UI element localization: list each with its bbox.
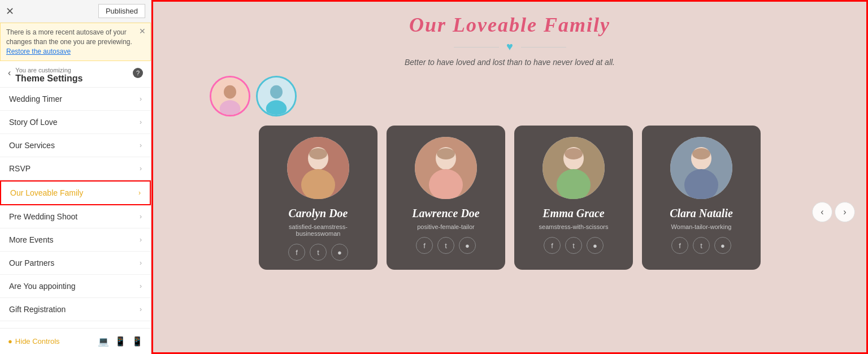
autosave-banner: ✕ There is a more recent autosave of you… (0, 23, 151, 61)
facebook-icon[interactable]: f (544, 237, 561, 254)
instagram-icon[interactable]: ● (459, 237, 476, 254)
sidebar-item-are-you-appointing[interactable]: Are You appointing › (0, 275, 151, 298)
sidebar-item-gift-registration[interactable]: Gift Registration › (0, 298, 151, 321)
member-avatar-3 (670, 137, 732, 199)
hide-controls-button[interactable]: ● Hide Controls (8, 337, 60, 346)
facebook-icon[interactable]: f (416, 237, 433, 254)
member-role-2: seamstress-with-scissors (539, 223, 609, 230)
member-card-2: Emma Grace seamstress-with-scissors ft● (514, 126, 633, 270)
member-cards: Carolyn Doe satisfied-seamstress-busines… (187, 126, 832, 270)
theme-settings-label: Theme Settings (15, 74, 128, 84)
member-name-3: Clara Natalie (670, 207, 733, 220)
instagram-icon[interactable]: ● (331, 244, 348, 261)
twitter-icon[interactable]: t (310, 244, 327, 261)
nav-item-label: RSVP (9, 164, 31, 173)
instagram-icon[interactable]: ● (714, 237, 731, 254)
sidebar: ✕ Published ✕ There is a more recent aut… (0, 0, 151, 354)
nav-list: Wedding Timer › Story Of Love › Our Serv… (0, 88, 151, 328)
svg-point-9 (309, 148, 327, 159)
svg-point-1 (224, 85, 236, 99)
heart-divider: ♥ (187, 40, 832, 53)
avatar-2 (256, 76, 297, 116)
close-banner-button[interactable]: ✕ (139, 27, 146, 36)
svg-point-13 (437, 148, 455, 159)
restore-autosave-link[interactable]: Restore the autosave (6, 48, 71, 55)
chevron-right-icon: › (140, 236, 142, 244)
carousel-next-button[interactable]: › (835, 202, 855, 222)
nav-item-label: Our Partners (9, 258, 54, 267)
published-button[interactable]: Published (98, 4, 145, 18)
avatar-row (187, 76, 832, 116)
facebook-icon[interactable]: f (288, 244, 305, 261)
hide-controls-label: Hide Controls (15, 337, 60, 346)
nav-item-label: Our Services (9, 141, 55, 150)
eye-icon: ● (8, 337, 12, 346)
member-name-0: Carolyn Doe (289, 207, 348, 220)
carousel-prev-button[interactable]: ‹ (812, 202, 832, 222)
content-overlay: Our Loveable Family ♥ Better to have lov… (153, 2, 866, 281)
instagram-icon[interactable]: ● (587, 237, 604, 254)
twitter-icon[interactable]: t (693, 237, 710, 254)
nav-item-label: Story Of Love (9, 118, 58, 127)
member-card-1: Lawrence Doe positive-female-tailor ft● (387, 126, 505, 270)
nav-item-label: Our Loveable Family (10, 188, 83, 197)
twitter-icon[interactable]: t (565, 237, 582, 254)
chevron-right-icon: › (140, 165, 142, 172)
sidebar-item-pre-wedding-shoot[interactable]: Pre Wedding Shoot › (0, 205, 151, 228)
social-icons-2: ft● (544, 237, 604, 254)
sidebar-item-our-loveable-family[interactable]: Our Loveable Family › (0, 180, 151, 205)
tablet-icon[interactable]: 📱 (115, 336, 126, 347)
member-card-0: Carolyn Doe satisfied-seamstress-busines… (259, 126, 377, 270)
device-icons: 💻 📱 📱 (98, 336, 143, 347)
sidebar-item-more-events[interactable]: More Events › (0, 228, 151, 252)
member-name-1: Lawrence Doe (412, 207, 479, 220)
mobile-icon[interactable]: 📱 (132, 336, 143, 347)
section-subtitle: Better to have loved and lost than to ha… (187, 58, 832, 67)
member-name-2: Emma Grace (542, 207, 604, 220)
member-avatar-1 (415, 137, 477, 199)
chevron-right-icon: › (140, 141, 142, 149)
chevron-right-icon: › (138, 189, 141, 197)
desktop-icon[interactable]: 💻 (98, 336, 109, 347)
sidebar-item-rsvp[interactable]: RSVP › (0, 157, 151, 180)
svg-point-17 (565, 148, 583, 159)
nav-item-label: Wedding Timer (9, 94, 62, 103)
sidebar-bottom: ● Hide Controls 💻 📱 📱 (0, 328, 151, 354)
chevron-right-icon: › (140, 282, 142, 290)
chevron-right-icon: › (140, 118, 142, 126)
member-role-0: satisfied-seamstress-businesswoman (268, 223, 368, 237)
member-avatar-2 (542, 137, 605, 199)
close-button[interactable]: ✕ (6, 5, 14, 18)
help-icon[interactable]: ? (133, 68, 143, 78)
social-icons-1: ft● (416, 237, 476, 254)
chevron-right-icon: › (140, 95, 142, 103)
sidebar-item-love-story-single-page[interactable]: Love Story Single Page › (0, 321, 151, 328)
chevron-right-icon: › (140, 213, 142, 221)
social-icons-0: ft● (288, 244, 348, 261)
svg-point-21 (692, 148, 710, 159)
nav-item-label: Pre Wedding Shoot (9, 212, 77, 221)
member-card-3: Clara Natalie Woman-tailor-working ft● (642, 126, 761, 270)
nav-item-label: Gift Registration (9, 305, 66, 314)
sidebar-item-our-services[interactable]: Our Services › (0, 134, 151, 157)
member-role-3: Woman-tailor-working (671, 223, 732, 230)
nav-item-label: Are You appointing (9, 282, 76, 291)
chevron-right-icon: › (140, 259, 142, 267)
sidebar-item-our-partners[interactable]: Our Partners › (0, 252, 151, 275)
facebook-icon[interactable]: f (671, 237, 688, 254)
customizing-section: ‹ You are customizing Theme Settings ? (0, 61, 151, 88)
twitter-icon[interactable]: t (437, 237, 454, 254)
sidebar-item-story-of-love[interactable]: Story Of Love › (0, 111, 151, 134)
customizing-text: You are customizing Theme Settings (15, 67, 128, 84)
member-role-1: positive-female-tailor (417, 223, 474, 230)
main-content: Our Loveable Family ♥ Better to have lov… (151, 0, 868, 354)
section-title: Our Loveable Family (187, 13, 832, 37)
customizing-label: You are customizing (15, 67, 128, 74)
member-avatar-0 (287, 137, 349, 199)
sidebar-top-bar: ✕ Published (0, 0, 151, 23)
autosave-message: There is a more recent autosave of your … (6, 28, 132, 46)
back-arrow-icon[interactable]: ‹ (8, 68, 11, 78)
chevron-right-icon: › (140, 305, 142, 313)
sidebar-item-wedding-timer[interactable]: Wedding Timer › (0, 88, 151, 111)
avatar-1 (210, 76, 250, 116)
